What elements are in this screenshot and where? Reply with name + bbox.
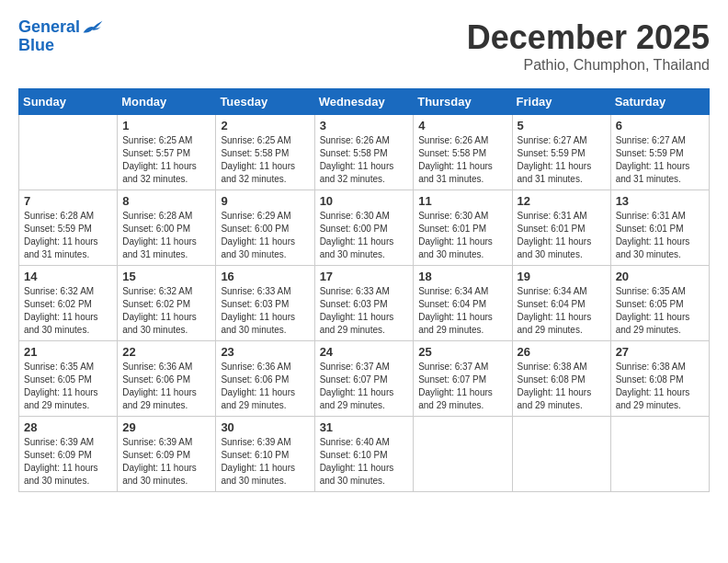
calendar-cell: 27Sunrise: 6:38 AM Sunset: 6:08 PM Dayli… xyxy=(610,341,709,417)
calendar-cell: 19Sunrise: 6:34 AM Sunset: 6:04 PM Dayli… xyxy=(512,266,610,341)
calendar-cell: 24Sunrise: 6:37 AM Sunset: 6:07 PM Dayli… xyxy=(314,341,414,417)
calendar-cell: 4Sunrise: 6:26 AM Sunset: 5:58 PM Daylig… xyxy=(414,115,512,190)
day-number: 5 xyxy=(518,119,606,132)
calendar-cell: 15Sunrise: 6:32 AM Sunset: 6:02 PM Dayli… xyxy=(118,266,216,341)
day-number: 16 xyxy=(221,270,309,283)
day-number: 22 xyxy=(122,345,210,359)
calendar-cell: 5Sunrise: 6:27 AM Sunset: 5:59 PM Daylig… xyxy=(512,115,610,190)
calendar-cell: 21Sunrise: 6:35 AM Sunset: 6:05 PM Dayli… xyxy=(19,341,118,417)
day-info: Sunrise: 6:37 AM Sunset: 6:07 PM Dayligh… xyxy=(418,361,506,412)
calendar-cell: 20Sunrise: 6:35 AM Sunset: 6:05 PM Dayli… xyxy=(610,266,709,341)
day-number: 31 xyxy=(320,420,409,434)
day-info: Sunrise: 6:37 AM Sunset: 6:07 PM Dayligh… xyxy=(320,361,409,412)
weekday-header-friday: Friday xyxy=(512,89,610,115)
day-number: 27 xyxy=(616,345,704,359)
calendar-cell: 10Sunrise: 6:30 AM Sunset: 6:00 PM Dayli… xyxy=(314,190,414,266)
calendar-cell: 1Sunrise: 6:25 AM Sunset: 5:57 PM Daylig… xyxy=(118,115,216,190)
day-info: Sunrise: 6:35 AM Sunset: 6:05 PM Dayligh… xyxy=(24,361,112,412)
day-number: 8 xyxy=(122,194,210,208)
day-info: Sunrise: 6:25 AM Sunset: 5:57 PM Dayligh… xyxy=(122,134,210,186)
day-info: Sunrise: 6:36 AM Sunset: 6:06 PM Dayligh… xyxy=(221,361,309,412)
day-number: 30 xyxy=(221,420,309,434)
day-number: 4 xyxy=(418,119,506,132)
day-number: 1 xyxy=(122,119,210,132)
calendar-cell xyxy=(414,417,512,492)
day-info: Sunrise: 6:40 AM Sunset: 6:10 PM Dayligh… xyxy=(320,436,409,488)
header: General Blue December 2025 Pathio, Chump… xyxy=(18,18,710,74)
day-number: 9 xyxy=(221,194,309,208)
calendar-cell: 11Sunrise: 6:30 AM Sunset: 6:01 PM Dayli… xyxy=(414,190,512,266)
calendar-week-row: 1Sunrise: 6:25 AM Sunset: 5:57 PM Daylig… xyxy=(19,115,710,190)
day-number: 18 xyxy=(418,270,506,283)
day-info: Sunrise: 6:25 AM Sunset: 5:58 PM Dayligh… xyxy=(221,134,309,186)
logo-blue-text: Blue xyxy=(18,36,54,54)
calendar-cell: 9Sunrise: 6:29 AM Sunset: 6:00 PM Daylig… xyxy=(216,190,314,266)
day-info: Sunrise: 6:38 AM Sunset: 6:08 PM Dayligh… xyxy=(616,361,704,412)
day-info: Sunrise: 6:34 AM Sunset: 6:04 PM Dayligh… xyxy=(418,285,506,337)
day-info: Sunrise: 6:28 AM Sunset: 6:00 PM Dayligh… xyxy=(122,210,210,261)
day-info: Sunrise: 6:33 AM Sunset: 6:03 PM Dayligh… xyxy=(221,285,309,337)
day-number: 10 xyxy=(320,194,409,208)
month-title: December 2025 xyxy=(467,18,710,57)
calendar-cell xyxy=(512,417,610,492)
day-number: 14 xyxy=(24,270,112,283)
day-number: 3 xyxy=(320,119,409,132)
calendar-week-row: 14Sunrise: 6:32 AM Sunset: 6:02 PM Dayli… xyxy=(19,266,710,341)
day-number: 13 xyxy=(616,194,704,208)
day-info: Sunrise: 6:35 AM Sunset: 6:05 PM Dayligh… xyxy=(616,285,704,337)
calendar-cell: 25Sunrise: 6:37 AM Sunset: 6:07 PM Dayli… xyxy=(414,341,512,417)
calendar-cell: 7Sunrise: 6:28 AM Sunset: 5:59 PM Daylig… xyxy=(19,190,118,266)
weekday-header-tuesday: Tuesday xyxy=(216,89,314,115)
day-number: 23 xyxy=(221,345,309,359)
day-info: Sunrise: 6:27 AM Sunset: 5:59 PM Dayligh… xyxy=(616,134,704,186)
day-number: 19 xyxy=(518,270,606,283)
day-info: Sunrise: 6:26 AM Sunset: 5:58 PM Dayligh… xyxy=(418,134,506,186)
day-number: 6 xyxy=(616,119,704,132)
location: Pathio, Chumphon, Thailand xyxy=(467,57,710,74)
day-number: 11 xyxy=(418,194,506,208)
day-info: Sunrise: 6:39 AM Sunset: 6:09 PM Dayligh… xyxy=(122,436,210,488)
calendar-header: SundayMondayTuesdayWednesdayThursdayFrid… xyxy=(19,89,710,115)
day-info: Sunrise: 6:38 AM Sunset: 6:08 PM Dayligh… xyxy=(518,361,606,412)
weekday-header-wednesday: Wednesday xyxy=(314,89,414,115)
calendar-cell: 31Sunrise: 6:40 AM Sunset: 6:10 PM Dayli… xyxy=(314,417,414,492)
calendar-cell: 13Sunrise: 6:31 AM Sunset: 6:01 PM Dayli… xyxy=(610,190,709,266)
calendar-cell: 29Sunrise: 6:39 AM Sunset: 6:09 PM Dayli… xyxy=(118,417,216,492)
day-number: 29 xyxy=(122,420,210,434)
calendar-cell: 3Sunrise: 6:26 AM Sunset: 5:58 PM Daylig… xyxy=(314,115,414,190)
day-info: Sunrise: 6:29 AM Sunset: 6:00 PM Dayligh… xyxy=(221,210,309,261)
calendar-cell: 16Sunrise: 6:33 AM Sunset: 6:03 PM Dayli… xyxy=(216,266,314,341)
day-info: Sunrise: 6:26 AM Sunset: 5:58 PM Dayligh… xyxy=(320,134,409,186)
calendar-cell: 28Sunrise: 6:39 AM Sunset: 6:09 PM Dayli… xyxy=(19,417,118,492)
calendar-cell: 6Sunrise: 6:27 AM Sunset: 5:59 PM Daylig… xyxy=(610,115,709,190)
day-info: Sunrise: 6:31 AM Sunset: 6:01 PM Dayligh… xyxy=(616,210,704,261)
day-number: 26 xyxy=(518,345,606,359)
logo: General Blue xyxy=(18,18,104,55)
calendar: SundayMondayTuesdayWednesdayThursdayFrid… xyxy=(18,88,710,492)
day-number: 28 xyxy=(24,420,112,434)
calendar-week-row: 7Sunrise: 6:28 AM Sunset: 5:59 PM Daylig… xyxy=(19,190,710,266)
day-info: Sunrise: 6:39 AM Sunset: 6:09 PM Dayligh… xyxy=(24,436,112,488)
day-info: Sunrise: 6:27 AM Sunset: 5:59 PM Dayligh… xyxy=(518,134,606,186)
day-info: Sunrise: 6:34 AM Sunset: 6:04 PM Dayligh… xyxy=(518,285,606,337)
day-number: 24 xyxy=(320,345,409,359)
day-info: Sunrise: 6:28 AM Sunset: 5:59 PM Dayligh… xyxy=(24,210,112,261)
calendar-cell: 23Sunrise: 6:36 AM Sunset: 6:06 PM Dayli… xyxy=(216,341,314,417)
weekday-header-row: SundayMondayTuesdayWednesdayThursdayFrid… xyxy=(19,89,710,115)
day-number: 2 xyxy=(221,119,309,132)
day-info: Sunrise: 6:31 AM Sunset: 6:01 PM Dayligh… xyxy=(518,210,606,261)
day-number: 15 xyxy=(122,270,210,283)
calendar-body: 1Sunrise: 6:25 AM Sunset: 5:57 PM Daylig… xyxy=(19,115,710,492)
day-number: 21 xyxy=(24,345,112,359)
calendar-week-row: 28Sunrise: 6:39 AM Sunset: 6:09 PM Dayli… xyxy=(19,417,710,492)
weekday-header-monday: Monday xyxy=(118,89,216,115)
day-number: 7 xyxy=(24,194,112,208)
weekday-header-saturday: Saturday xyxy=(610,89,709,115)
day-number: 20 xyxy=(616,270,704,283)
day-info: Sunrise: 6:36 AM Sunset: 6:06 PM Dayligh… xyxy=(122,361,210,412)
title-area: December 2025 Pathio, Chumphon, Thailand xyxy=(467,18,710,74)
weekday-header-sunday: Sunday xyxy=(19,89,118,115)
calendar-cell xyxy=(610,417,709,492)
day-number: 25 xyxy=(418,345,506,359)
day-info: Sunrise: 6:39 AM Sunset: 6:10 PM Dayligh… xyxy=(221,436,309,488)
